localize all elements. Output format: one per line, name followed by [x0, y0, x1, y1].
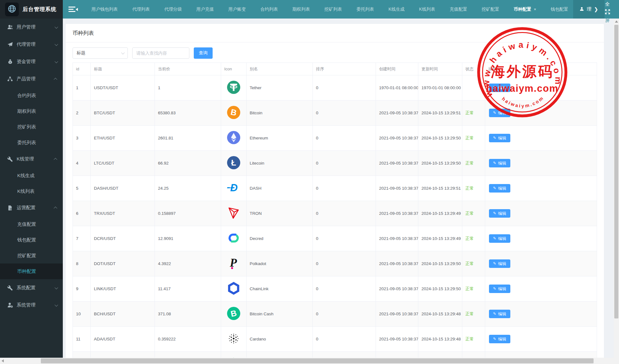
sidebar-item-委托列表[interactable]: 委托列表 [0, 135, 63, 150]
vertical-scrollbar[interactable] [614, 19, 619, 358]
edit-button[interactable]: ✎编辑 [489, 84, 510, 92]
nav-tab-2[interactable]: 代理列表 [125, 0, 157, 19]
filter-field-select[interactable]: 标题 [73, 47, 128, 59]
sidebar-section-5[interactable]: K线管理 [0, 150, 63, 168]
scroll-left-arrow-icon[interactable] [2, 359, 4, 362]
sidebar-item-合约列表[interactable]: 合约列表 [0, 88, 63, 103]
sidebar-item-K线生成[interactable]: K线生成 [0, 168, 63, 183]
edit-button[interactable]: ✎编辑 [489, 209, 510, 218]
sidebar-item-K线列表[interactable]: K线列表 [0, 183, 63, 199]
nav-tab-5[interactable]: 用户账变 [221, 0, 253, 19]
edit-pencil-icon: ✎ [493, 136, 496, 140]
edit-button[interactable]: ✎编辑 [489, 234, 510, 243]
sidebar-item-币种配置[interactable]: 币种配置 [0, 263, 63, 279]
cell-updated: 2024-10-15 13:29:50 [418, 251, 462, 276]
cell-status [462, 75, 485, 101]
edit-button[interactable]: ✎编辑 [489, 184, 510, 193]
sidebar-section-7[interactable]: 系统配置 [0, 279, 63, 296]
fullscreen-control[interactable]: 全 屏 [603, 1, 612, 24]
cell-sort: 0 [313, 176, 376, 201]
sidebar-section-3[interactable]: 资金管理 [0, 53, 63, 70]
sidebar-section-label: 系统管理 [17, 302, 55, 308]
cell-sort: 0 [313, 75, 376, 101]
sidebar-section-label: 代理管理 [17, 41, 55, 47]
sidebar-section-label: 用户管理 [17, 24, 55, 30]
horizontal-scrollbar[interactable] [0, 358, 619, 364]
nav-tab-11[interactable]: K线列表 [412, 0, 442, 19]
nav-tab-15[interactable]: 钱包配置 [543, 0, 573, 19]
tron-icon [227, 206, 241, 221]
cell-sort: 0 [313, 302, 376, 327]
nav-tab-13[interactable]: 挖矿配置 [475, 0, 507, 19]
cell-created [376, 352, 418, 358]
chevron-down-icon [55, 59, 58, 63]
search-button[interactable]: 查询 [194, 47, 213, 59]
cell-icon [221, 352, 247, 358]
nav-tab-12[interactable]: 充值配置 [443, 0, 475, 19]
cell-id: 11 [73, 327, 91, 352]
filter-field-value: 标题 [77, 50, 121, 56]
nav-tab-label: 期权列表 [292, 7, 310, 12]
sidebar-item-充值配置[interactable]: 充值配置 [0, 216, 63, 232]
coin-table-wrap: id标题当前价Icon别名排序创建时间更新时间状态操作 1USDT/USDT1T… [66, 59, 604, 358]
cell-status [462, 352, 485, 358]
edit-button[interactable]: ✎编辑 [489, 109, 510, 117]
sidebar-item-期权列表[interactable]: 期权列表 [0, 103, 63, 119]
sidebar-toggle-icon[interactable] [68, 6, 78, 13]
cell-sort: 0 [313, 327, 376, 352]
vertical-scrollbar-thumb[interactable] [614, 25, 618, 318]
cell-created: 2021-09-05 10:38:37 [376, 201, 418, 226]
edit-button[interactable]: ✎编辑 [489, 159, 510, 167]
top-header: 后台管理系统 用户钱包列表代理列表代理分级用户充值用户账变合约列表期权列表挖矿列… [0, 0, 619, 19]
sidebar-section-6[interactable]: 运营配置 [0, 199, 63, 216]
close-tab-icon[interactable]: × [534, 7, 536, 12]
cell-updated: 1970-01-01 08:00:00 [418, 75, 462, 101]
sidebar-section-1[interactable]: 用户管理 [0, 19, 63, 36]
nav-tab-9[interactable]: 委托列表 [349, 0, 381, 19]
edit-button[interactable]: ✎编辑 [489, 310, 510, 318]
expand-icon[interactable] [605, 9, 610, 16]
sidebar-section-2[interactable]: 代理管理 [0, 36, 63, 53]
user-menu[interactable]: 理 ❯ [573, 0, 605, 19]
cell-sort [313, 352, 376, 358]
sidebar-item-挖矿配置[interactable]: 挖矿配置 [0, 248, 63, 263]
search-input[interactable] [132, 47, 189, 59]
edit-button-label: 编辑 [498, 236, 506, 242]
nav-tab-3[interactable]: 代理分级 [157, 0, 189, 19]
ethereum-icon [227, 131, 241, 145]
cell-actions: ✎编辑 [485, 176, 597, 201]
edit-button[interactable]: ✎编辑 [489, 259, 510, 268]
sidebar-section-4[interactable]: 产品管理 [0, 70, 63, 88]
table-row: 5DASH/USDT24.25ÐDASH02021-09-05 10:38:37… [73, 176, 597, 201]
wrench-icon [7, 156, 13, 162]
chevron-right-icon[interactable]: ❯ [594, 6, 598, 12]
nav-tab-label: 用户充值 [196, 7, 214, 12]
sidebar-section-8[interactable]: 系统管理 [0, 296, 63, 314]
cell-status: 正常 [462, 302, 485, 327]
nav-tab-6[interactable]: 合约列表 [253, 0, 285, 19]
nav-tab-10[interactable]: K线生成 [381, 0, 412, 19]
cell-sort: 0 [313, 276, 376, 302]
edit-button[interactable]: ✎编辑 [489, 285, 510, 293]
nav-tab-8[interactable]: 挖矿列表 [317, 0, 349, 19]
scroll-up-arrow-icon[interactable] [615, 20, 618, 23]
page-title: 币种列表 [73, 30, 597, 37]
cell-status: 正常 [462, 201, 485, 226]
cell-title: BTC/USDT [91, 101, 155, 126]
edit-button-label: 编辑 [498, 261, 506, 267]
cell-price: 66.92 [155, 151, 221, 176]
edit-button[interactable]: ✎编辑 [489, 335, 510, 343]
edit-button[interactable]: ✎编辑 [489, 134, 510, 142]
users-icon [7, 24, 13, 30]
nav-tab-14[interactable]: 币种配置× [507, 0, 544, 19]
nav-tab-7[interactable]: 期权列表 [285, 0, 317, 19]
nav-tab-4[interactable]: 用户充值 [189, 0, 221, 19]
edit-button-label: 编辑 [498, 85, 506, 91]
nav-tab-1[interactable]: 用户钱包列表 [84, 0, 125, 19]
cell-created: 2021-09-05 10:38:37 [376, 276, 418, 302]
sidebar-item-钱包配置[interactable]: 钱包配置 [0, 232, 63, 248]
app-logo [5, 3, 19, 16]
cell-status: 正常 [462, 126, 485, 151]
sidebar-item-挖矿列表[interactable]: 挖矿列表 [0, 119, 63, 135]
horizontal-scrollbar-thumb[interactable] [41, 358, 594, 363]
